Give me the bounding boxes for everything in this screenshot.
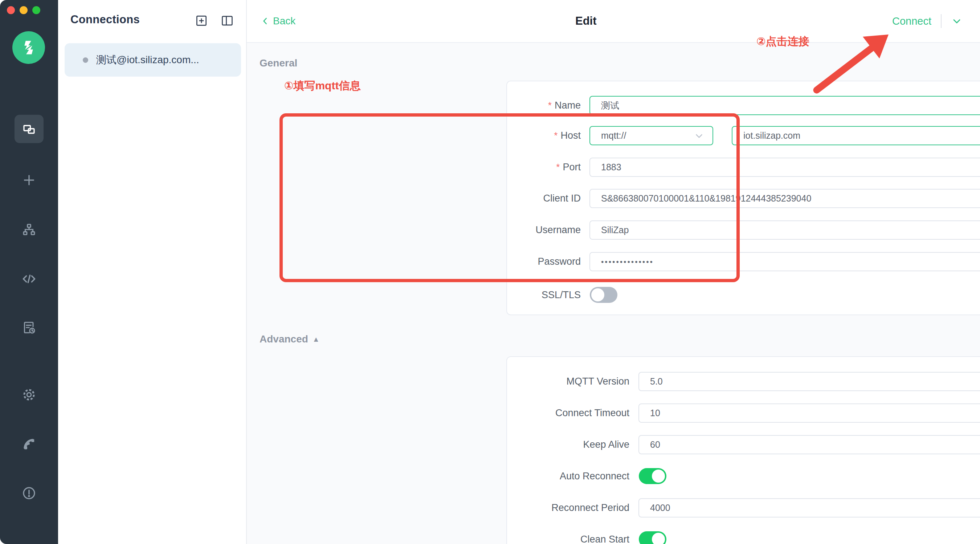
- code-icon: [21, 271, 37, 287]
- required-marker: *: [554, 130, 557, 141]
- toggle-knob: [652, 533, 665, 544]
- clean-start-label: Clean Start: [507, 530, 629, 544]
- client-id-label: Client ID: [507, 189, 581, 208]
- toggle-knob: [652, 469, 665, 483]
- page-title: Edit: [575, 0, 597, 42]
- username-label: Username: [507, 220, 581, 240]
- name-label: * Name: [507, 96, 581, 115]
- info-circle-icon: [21, 485, 37, 501]
- connection-item-label: 测试@iot.silizap.com...: [96, 53, 199, 67]
- required-marker: *: [556, 162, 560, 173]
- connect-timeout-input[interactable]: 10: [638, 404, 980, 423]
- advanced-section-label[interactable]: Advanced ▲: [259, 333, 320, 345]
- reconnect-period-label: Reconnect Period: [507, 498, 629, 517]
- name-input[interactable]: 测试: [589, 96, 980, 115]
- ssl-tls-toggle[interactable]: [590, 287, 617, 303]
- general-card: * Name 测试 * Host mqtt:// iot.siliza: [506, 81, 980, 315]
- required-marker: *: [548, 100, 552, 111]
- advanced-card: MQTT Version 5.0 Connect Timeout 10: [506, 356, 980, 544]
- password-input[interactable]: ••••••••••••••: [589, 252, 980, 271]
- zoom-window-button[interactable]: [32, 6, 40, 14]
- topbar: Back Edit Connect: [247, 0, 980, 43]
- mqttx-logo: [12, 31, 45, 64]
- username-input[interactable]: SiliZap: [589, 220, 980, 240]
- sitemap-icon: [21, 222, 37, 237]
- main-area: Back Edit Connect General * Name: [247, 0, 980, 544]
- connect-timeout-label: Connect Timeout: [507, 404, 629, 423]
- sidebar-item-news[interactable]: [21, 436, 37, 452]
- chevron-left-icon: [261, 16, 270, 26]
- overlap-squares-icon: [21, 122, 37, 138]
- sidebar-item-settings[interactable]: [21, 387, 37, 403]
- back-button[interactable]: Back: [261, 0, 296, 42]
- port-label: * Port: [507, 158, 581, 177]
- auto-reconnect-toggle[interactable]: [639, 468, 667, 484]
- sidebar-item-connections[interactable]: [21, 122, 37, 138]
- mqttx-window: Connections 测试@iot.silizap.com...: [0, 0, 980, 544]
- ssl-tls-label: SSL/TLS: [507, 286, 581, 305]
- collapse-panel-button[interactable]: [220, 14, 234, 27]
- connection-status-dot: [83, 57, 88, 63]
- connections-panel: Connections 测试@iot.silizap.com...: [58, 0, 247, 544]
- connection-list-item[interactable]: 测试@iot.silizap.com...: [65, 43, 241, 77]
- close-window-button[interactable]: [7, 6, 15, 14]
- rss-icon: [22, 437, 36, 451]
- host-input[interactable]: iot.silizap.com: [732, 126, 980, 145]
- connect-group: Connect: [892, 0, 963, 42]
- back-label: Back: [273, 15, 296, 27]
- clean-start-toggle[interactable]: [639, 531, 667, 544]
- minimize-window-button[interactable]: [20, 6, 28, 14]
- port-input[interactable]: 1883: [589, 158, 980, 177]
- sidebar-item-new-connection[interactable]: [21, 172, 37, 188]
- general-section-label: General: [259, 57, 297, 69]
- connect-divider: [941, 14, 942, 28]
- connections-panel-title: Connections: [70, 13, 140, 26]
- new-connection-button[interactable]: [194, 14, 208, 27]
- collapse-panel-icon: [220, 14, 234, 27]
- reconnect-period-input[interactable]: 4000: [638, 498, 980, 517]
- document-clock-icon: [21, 319, 37, 335]
- client-id-input[interactable]: S&866380070100001&110&198191244438523904…: [589, 189, 980, 208]
- sidebar: [0, 0, 58, 544]
- mqtt-version-label: MQTT Version: [507, 372, 629, 391]
- auto-reconnect-label: Auto Reconnect: [507, 467, 629, 486]
- chevron-down-icon: [694, 130, 705, 141]
- plus-icon: [21, 172, 37, 188]
- new-connection-icon: [194, 14, 208, 27]
- sidebar-item-script[interactable]: [21, 271, 37, 287]
- connect-button[interactable]: Connect: [892, 15, 931, 27]
- sidebar-item-about[interactable]: [21, 485, 37, 501]
- sidebar-item-topology[interactable]: [21, 222, 37, 238]
- keep-alive-input[interactable]: 60: [638, 435, 980, 454]
- mqtt-version-select[interactable]: 5.0: [638, 372, 980, 391]
- keep-alive-label: Keep Alive: [507, 435, 629, 454]
- connect-menu-button[interactable]: [951, 15, 963, 27]
- chevron-down-icon: [951, 15, 963, 27]
- gear-icon: [21, 387, 37, 403]
- password-label: Password: [507, 252, 581, 271]
- host-protocol-select[interactable]: mqtt://: [589, 126, 713, 145]
- sidebar-item-log[interactable]: [21, 319, 37, 335]
- collapse-section-icon[interactable]: ▲: [312, 335, 320, 343]
- toggle-knob: [591, 288, 605, 302]
- mqttx-bolt-icon: [19, 38, 38, 57]
- host-label: * Host: [507, 126, 581, 145]
